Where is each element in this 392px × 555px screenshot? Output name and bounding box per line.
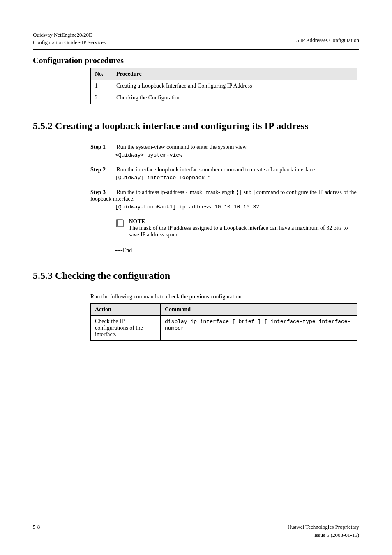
step-label: Step 3 (90, 189, 115, 196)
step-1: Step 1 Run the system-view command to en… (90, 144, 359, 158)
col-action-header: Action (91, 304, 161, 316)
cell-no: 1 (91, 80, 112, 92)
table-header-row: No. Procedure (91, 68, 357, 80)
note-text: The mask of the IP address assigned to a… (129, 225, 348, 238)
col-proc-header: Procedure (112, 68, 357, 80)
book-icon (115, 218, 125, 228)
step-body: Run the system-view command to enter the… (117, 144, 248, 150)
section-5-5-2-title: 5.5.2 Creating a loopback interface and … (33, 120, 359, 132)
header-chapter: 5 IP Addresses Configuration (296, 37, 359, 44)
step-code: [Quidway] interface loopback 1 (115, 175, 359, 181)
section-5-5-3-title: 5.5.3 Checking the configuration (33, 270, 359, 281)
table-row: 2 Checking the Configuration (91, 92, 357, 104)
footer-page-number: 5-8 (33, 524, 40, 530)
cell-command-code: display ip interface [ brief ] [ interfa… (165, 319, 350, 331)
header-left: Quidway NetEngine20/20E Configuration Gu… (33, 31, 106, 46)
cell-proc: Creating a Loopback Interface and Config… (112, 80, 357, 92)
table-header-row: Action Command (91, 304, 357, 316)
footer-issue: Issue 5 (2008-01-15) (314, 532, 359, 539)
config-procedures-title: Configuration procedures (33, 56, 359, 65)
col-no-header: No. (91, 68, 112, 80)
end-marker: ----End (115, 247, 359, 254)
note-icon (115, 218, 127, 230)
table-row: 1 Creating a Loopback Interface and Conf… (91, 80, 357, 92)
cell-action: Check the IP configurations of the inter… (91, 316, 161, 341)
col-command-header: Command (161, 304, 357, 316)
step-label: Step 2 (90, 166, 115, 173)
header-model-line1: Quidway NetEngine20/20E (33, 32, 92, 38)
note-label: NOTE (129, 218, 145, 224)
header-rule (33, 49, 359, 50)
action-table: Action Command Check the IP configuratio… (90, 303, 357, 341)
cell-proc: Checking the Configuration (112, 92, 357, 104)
step-body: Run the interface loopback interface-num… (117, 166, 316, 173)
table-row: Check the IP configurations of the inter… (91, 316, 357, 341)
footer-rule (33, 518, 359, 518)
cell-command: display ip interface [ brief ] [ interfa… (161, 316, 357, 341)
step-code: <Quidway> system-view (115, 152, 359, 158)
step-3: Step 3 Run the ip address ip-address { m… (90, 189, 359, 210)
step-label: Step 1 (90, 144, 115, 150)
cell-no: 2 (91, 92, 112, 104)
footer-proprietary: Huawei Technologies Proprietary (288, 524, 359, 530)
step-2: Step 2 Run the interface loopback interf… (90, 166, 359, 181)
header-model-line2: Configuration Guide - IP Services (33, 39, 106, 45)
procedures-table: No. Procedure 1 Creating a Loopback Inte… (90, 68, 357, 104)
step-body: Run the ip address ip-address { mask | m… (90, 189, 357, 202)
step-code: [Quidway-LoopBack1] ip address 10.10.10.… (115, 204, 359, 210)
section-5-5-3-intro: Run the following commands to check the … (90, 294, 359, 300)
note-block: NOTE The mask of the IP address assigned… (115, 218, 359, 238)
